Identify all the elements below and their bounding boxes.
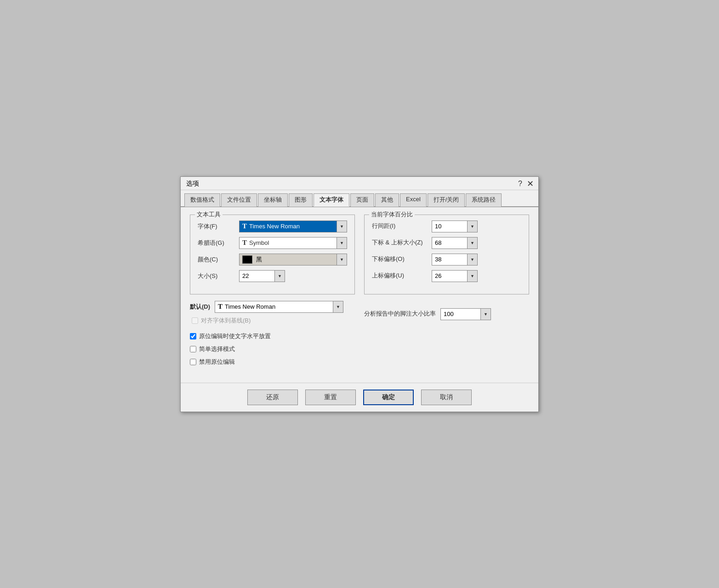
sub-offset-select[interactable]: 38 ▼ — [432, 254, 478, 266]
size-dropdown-arrow: ▼ — [278, 274, 282, 278]
sub-offset-label: 下标偏移(O) — [372, 255, 432, 263]
tab-numeric-format[interactable]: 数值格式 — [184, 193, 220, 207]
greek-name: Symbol — [249, 239, 269, 246]
size-dropdown-btn[interactable]: ▼ — [274, 271, 285, 282]
checkbox-row-2: 禁用原位编辑 — [190, 358, 355, 366]
default-font-name: Times New Roman — [225, 303, 275, 310]
tab-content: 文本工具 字体(F) T Times New Roman ▼ — [181, 207, 538, 378]
dialog-title: 选项 — [186, 180, 199, 188]
checkbox-1[interactable] — [190, 346, 196, 352]
super-offset-row: 上标偏移(U) 26 ▼ — [372, 270, 521, 282]
greek-value: T Symbol — [240, 237, 337, 249]
tab-text-font[interactable]: 文本字体 — [314, 193, 349, 207]
align-checkbox-label: 对齐字体到基线(B) — [201, 317, 251, 325]
align-checkbox-row: 对齐字体到基线(B) — [192, 317, 355, 325]
current-percent-title: 当前字体百分比 — [369, 210, 415, 219]
below-row: 默认(D) T Times New Roman ▼ 对齐字体到基线(B — [190, 301, 529, 371]
tab-bar: 数值格式 文件位置 坐标轴 图形 文本字体 页面 其他 Excel 打开/关闭 … — [181, 190, 538, 207]
ok-button[interactable]: 确定 — [363, 390, 414, 405]
greek-label: 希腊语(G) — [198, 239, 239, 247]
line-spacing-value: 10 — [432, 223, 467, 230]
size-label: 大小(S) — [198, 272, 239, 280]
size-row: 大小(S) 22 ▼ — [198, 270, 347, 282]
sub-offset-dropdown-btn[interactable]: ▼ — [467, 254, 477, 265]
color-dropdown-btn[interactable]: ▼ — [337, 254, 347, 265]
sub-super-select[interactable]: 68 ▼ — [432, 237, 478, 249]
color-select[interactable]: 黑 ▼ — [239, 254, 347, 266]
size-select[interactable]: 22 ▼ — [239, 270, 285, 282]
help-button[interactable]: ? — [518, 180, 522, 188]
sub-offset-row: 下标偏移(O) 38 ▼ — [372, 254, 521, 266]
tab-other[interactable]: 其他 — [375, 193, 399, 207]
line-spacing-label: 行间距(I) — [372, 222, 432, 230]
checkbox-label-2: 禁用原位编辑 — [199, 358, 235, 366]
main-row: 文本工具 字体(F) T Times New Roman ▼ — [190, 215, 529, 294]
tab-graphics[interactable]: 图形 — [289, 193, 313, 207]
align-checkbox[interactable] — [192, 317, 198, 324]
super-offset-dropdown-btn[interactable]: ▼ — [467, 271, 477, 282]
current-percent-group: 当前字体百分比 行间距(I) 10 ▼ 下标 & 上标大小(Z) 68 — [364, 215, 529, 294]
color-row: 颜色(C) 黑 ▼ — [198, 254, 347, 266]
default-font-arrow: ▼ — [336, 305, 340, 309]
right-below: 分析报告中的脚注大小比率 100 ▼ — [364, 301, 529, 371]
font-value: T Times New Roman — [240, 221, 337, 232]
cancel-button[interactable]: 取消 — [421, 390, 472, 405]
super-offset-select[interactable]: 26 ▼ — [432, 270, 478, 282]
restore-button[interactable]: 还原 — [247, 390, 298, 405]
default-font-dropdown-btn[interactable]: ▼ — [333, 301, 343, 312]
title-controls: ? ✕ — [518, 180, 534, 188]
super-offset-label: 上标偏移(U) — [372, 272, 432, 280]
font-name: Times New Roman — [249, 223, 300, 230]
tab-axis[interactable]: 坐标轴 — [258, 193, 288, 207]
color-value: 黑 — [255, 255, 337, 264]
tab-system-path[interactable]: 系统路径 — [466, 193, 502, 207]
line-spacing-dropdown-btn[interactable]: ▼ — [467, 221, 477, 232]
footer: 还原 重置 确定 取消 — [181, 383, 538, 412]
checkbox-row-0: 原位编辑时使文字水平放置 — [190, 332, 355, 340]
line-spacing-row: 行间距(I) 10 ▼ — [372, 220, 521, 232]
super-offset-arrow: ▼ — [470, 274, 474, 278]
greek-dropdown-arrow: ▼ — [340, 241, 344, 245]
footnote-row: 分析报告中的脚注大小比率 100 ▼ — [364, 308, 529, 320]
greek-icon-t: T — [242, 239, 247, 247]
font-dropdown-arrow: ▼ — [340, 224, 344, 229]
tab-excel[interactable]: Excel — [400, 193, 427, 207]
greek-select[interactable]: T Symbol ▼ — [239, 237, 347, 249]
font-icon-t: T — [242, 222, 247, 230]
line-spacing-select[interactable]: 10 ▼ — [432, 220, 478, 232]
checkbox-row-1: 简单选择模式 — [190, 345, 355, 353]
default-font-icon: T — [218, 303, 223, 311]
super-offset-value: 26 — [432, 272, 467, 279]
size-value: 22 — [240, 272, 274, 279]
checkbox-0[interactable] — [190, 333, 196, 339]
sub-offset-arrow: ▼ — [470, 257, 474, 262]
tab-page[interactable]: 页面 — [350, 193, 374, 207]
footnote-value: 100 — [441, 311, 480, 317]
checkbox-2[interactable] — [190, 359, 196, 365]
checkbox-label-1: 简单选择模式 — [199, 345, 235, 353]
sub-offset-value: 38 — [432, 256, 467, 263]
sub-super-dropdown-btn[interactable]: ▼ — [467, 237, 477, 249]
default-label: 默认(D) — [190, 303, 210, 311]
footnote-label: 分析报告中的脚注大小比率 — [364, 310, 436, 318]
font-select[interactable]: T Times New Roman ▼ — [239, 220, 347, 232]
tab-file-location[interactable]: 文件位置 — [221, 193, 257, 207]
checkbox-label-0: 原位编辑时使文字水平放置 — [199, 332, 271, 340]
greek-dropdown-btn[interactable]: ▼ — [337, 237, 347, 249]
default-row: 默认(D) T Times New Roman ▼ — [190, 301, 355, 313]
tab-open-close[interactable]: 打开/关闭 — [428, 193, 465, 207]
font-row: 字体(F) T Times New Roman ▼ — [198, 220, 347, 232]
footnote-select[interactable]: 100 ▼ — [440, 308, 491, 320]
default-font-select[interactable]: T Times New Roman ▼ — [215, 301, 343, 313]
options-dialog: 选项 ? ✕ 数值格式 文件位置 坐标轴 图形 文本字体 页面 其他 Excel… — [180, 176, 539, 412]
font-dropdown-btn[interactable]: ▼ — [337, 221, 347, 232]
text-tools-title: 文本工具 — [195, 210, 223, 219]
close-button[interactable]: ✕ — [527, 180, 534, 188]
color-preview-box — [242, 255, 252, 264]
line-spacing-arrow: ▼ — [470, 224, 474, 229]
reset-button[interactable]: 重置 — [305, 390, 356, 405]
sub-super-value: 68 — [432, 239, 467, 246]
footnote-dropdown-btn[interactable]: ▼ — [480, 309, 491, 320]
color-dropdown-arrow: ▼ — [340, 257, 344, 262]
left-below: 默认(D) T Times New Roman ▼ 对齐字体到基线(B — [190, 301, 355, 371]
